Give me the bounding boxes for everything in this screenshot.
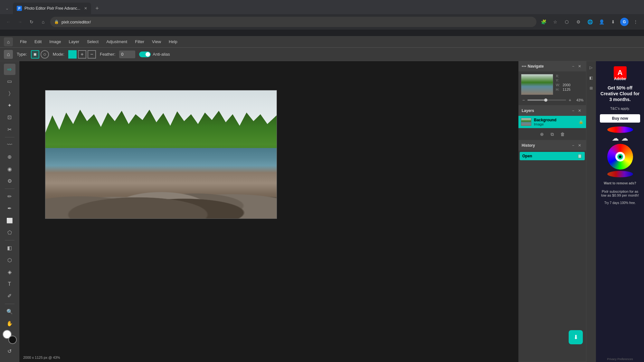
tool-distort[interactable]: ◈ <box>4 266 15 278</box>
translate-btn[interactable]: 🌐 <box>585 17 594 26</box>
profile-avatar[interactable]: G <box>620 18 629 26</box>
tab-list-btn[interactable]: ⌄ <box>3 4 12 13</box>
feather-label: Feather: <box>100 52 115 57</box>
tool-cut[interactable]: ✂ <box>4 124 15 135</box>
anti-alias-toggle[interactable]: Anti-alias <box>139 51 170 57</box>
history-panel-header: History − ✕ <box>518 140 586 151</box>
type-rectangle-btn[interactable]: ■ <box>31 50 39 59</box>
active-tab[interactable]: P Photo Editor Pixlr Free Advanc... ✕ <box>13 3 91 14</box>
menu-view[interactable]: View <box>149 38 164 45</box>
tool-crop[interactable]: ⊡ <box>4 112 15 123</box>
add-layer-btn[interactable]: ⊕ <box>538 130 546 138</box>
tool-lasso[interactable]: 〉 <box>4 88 15 99</box>
mode-add-btn[interactable]: + <box>78 50 86 59</box>
duplicate-layer-btn[interactable]: ⧉ <box>548 130 556 138</box>
layers-minimize-btn[interactable]: − <box>570 107 576 114</box>
tool-path[interactable]: ✐ <box>4 290 15 302</box>
settings-btn[interactable]: ⚙ <box>574 17 583 26</box>
tool-text[interactable]: T <box>4 278 15 290</box>
tool-brush[interactable]: ✏ <box>4 191 15 202</box>
tool-gradient[interactable]: ◧ <box>4 242 15 254</box>
tool-wand[interactable]: ✦ <box>4 100 15 111</box>
menu-select[interactable]: Select <box>84 38 102 45</box>
bookmark-btn[interactable]: ☆ <box>551 17 560 26</box>
tool-marquee[interactable]: ▭ <box>4 76 15 87</box>
tool-pencil[interactable]: ✒ <box>4 203 15 214</box>
ad-cloud-icon: ☁ ☁ <box>612 134 628 143</box>
mode-new-btn[interactable] <box>68 50 77 59</box>
toggle-track[interactable] <box>139 51 151 57</box>
layers-icon[interactable]: ◧ <box>587 74 595 82</box>
navigate-minimize-btn[interactable]: − <box>570 63 576 70</box>
pixlr-ext-btn[interactable]: ⬡ <box>562 17 571 26</box>
nav-arrow-icon[interactable]: ▷ <box>587 64 595 71</box>
navigate-close-btn[interactable]: ✕ <box>576 63 583 70</box>
tool-erase[interactable]: ⬜ <box>4 215 15 226</box>
nav-zoom-row: − + 43% <box>521 97 583 103</box>
layer-item-background[interactable]: Background Image 🔒 <box>518 116 586 128</box>
type-ellipse-btn[interactable]: ○ <box>41 50 49 59</box>
options-toolbar: ⌂ Type: ■ ○ Mode: + − Feather: Anti-alia… <box>0 48 644 61</box>
menu-filter[interactable]: Filter <box>132 38 147 45</box>
menu-adjustment[interactable]: Adjustment <box>103 38 130 45</box>
forward-btn[interactable]: → <box>15 17 24 26</box>
layer-lock-icon[interactable]: 🔒 <box>579 120 583 124</box>
tool-heal[interactable]: 〰 <box>4 139 15 151</box>
tool-select[interactable]: ⇨ <box>4 64 15 75</box>
delete-layer-btn[interactable]: 🗑 <box>559 130 566 138</box>
refresh-btn[interactable]: ↻ <box>27 17 36 26</box>
menu-layer[interactable]: Layer <box>66 38 83 45</box>
lock-icon: 🔒 <box>54 20 59 24</box>
tool-hand[interactable]: ✋ <box>4 318 15 329</box>
navigate-more-btn[interactable]: ••• <box>522 64 526 69</box>
zoom-out-btn[interactable]: − <box>521 97 526 103</box>
profile-ext-btn[interactable]: 👤 <box>597 17 606 26</box>
address-bar[interactable]: 🔒 pixlr.com/editor/ <box>50 17 536 27</box>
navigate-title: Navigate <box>528 64 570 69</box>
zoom-slider[interactable] <box>527 99 566 101</box>
tab-title: Photo Editor Pixlr Free Advanc... <box>24 6 80 11</box>
menu-help[interactable]: Help <box>166 38 181 45</box>
tab-close-btn[interactable]: ✕ <box>84 6 87 11</box>
ad-remove-headline: Want to remove ads? <box>604 181 636 186</box>
tool-bucket[interactable]: ⬠ <box>4 227 15 238</box>
canvas-area[interactable]: 644 x 362 px @ 43% <box>19 61 518 362</box>
tool-clone[interactable]: ⊕ <box>4 151 15 162</box>
menu-edit[interactable]: Edit <box>31 38 45 45</box>
zoom-in-btn[interactable]: + <box>567 97 573 103</box>
tool-smudge[interactable]: ⚙ <box>4 175 15 187</box>
ad-panel: A Adobe Get 50% off Creative Cloud for 3… <box>596 61 644 362</box>
history-close-btn[interactable]: ✕ <box>576 142 583 149</box>
menu-image[interactable]: Image <box>46 38 64 45</box>
tool-transform[interactable]: ⬡ <box>4 254 15 265</box>
menu-file[interactable]: File <box>17 38 30 45</box>
history-item-open[interactable]: Open 📋 <box>520 152 585 160</box>
ad-remove-sub: Pixlr subscription for as low as $0.99 p… <box>600 190 640 197</box>
expand-icon[interactable]: ⊞ <box>587 84 595 92</box>
ad-footer[interactable]: Privacy Preferences <box>596 356 644 362</box>
download-btn[interactable]: ⬇ <box>609 17 618 26</box>
background-color[interactable] <box>8 336 17 344</box>
canvas-image[interactable] <box>45 90 277 219</box>
history-minimize-btn[interactable]: − <box>570 142 576 149</box>
new-tab-btn[interactable]: + <box>92 4 101 13</box>
download-fab[interactable]: ⬇ <box>569 330 583 344</box>
mode-subtract-btn[interactable]: − <box>88 50 96 59</box>
layer-name: Background <box>534 118 576 122</box>
ad-remove-strong: Want to remove ads? <box>604 181 636 185</box>
tool-extra[interactable]: ↺ <box>4 345 15 357</box>
layers-close-btn[interactable]: ✕ <box>576 107 583 114</box>
color-swatches[interactable] <box>3 330 17 344</box>
tool-eye[interactable]: ◉ <box>4 163 15 174</box>
layer-info: Background Image <box>534 118 576 126</box>
home-btn[interactable]: ⌂ <box>39 17 48 26</box>
ad-buy-btn[interactable]: Buy now <box>600 114 640 123</box>
mode-buttons: + − <box>68 50 96 59</box>
more-btn[interactable]: ⋮ <box>631 17 640 26</box>
extensions-btn[interactable]: 🧩 <box>539 17 548 26</box>
feather-input[interactable] <box>119 51 135 58</box>
app-home-btn[interactable]: ⌂ <box>4 37 13 46</box>
tool-zoom[interactable]: 🔍 <box>4 306 15 317</box>
toolbar-home-btn[interactable]: ⌂ <box>4 50 13 59</box>
back-btn[interactable]: ← <box>4 17 13 26</box>
